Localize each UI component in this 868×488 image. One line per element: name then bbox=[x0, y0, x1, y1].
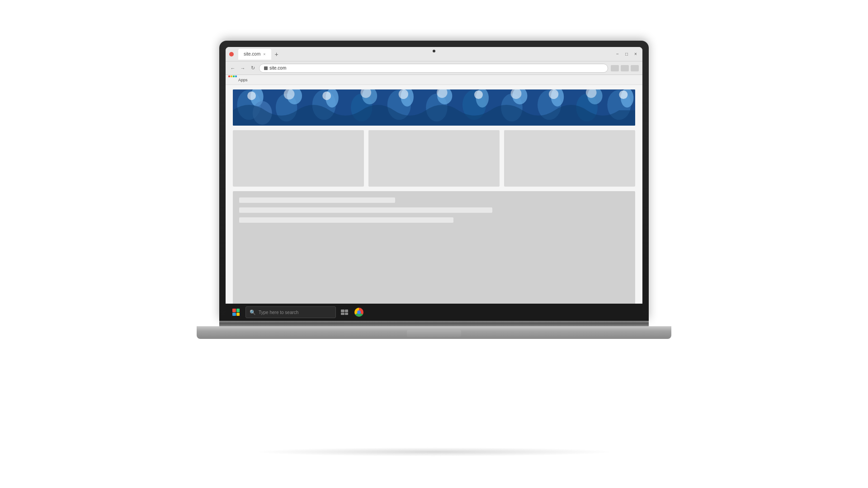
svg-point-34 bbox=[619, 90, 627, 99]
maximize-button[interactable]: □ bbox=[623, 51, 630, 57]
text-line-2 bbox=[239, 207, 492, 213]
scene: site.com × + − □ × ← bbox=[0, 0, 868, 488]
content-card-3 bbox=[504, 130, 635, 187]
url-text: site.com bbox=[269, 66, 286, 70]
svg-point-22 bbox=[474, 90, 483, 99]
chrome-icon bbox=[354, 308, 363, 317]
laptop-base bbox=[197, 326, 671, 339]
tab-label: site.com bbox=[244, 52, 260, 56]
cards-row bbox=[233, 130, 635, 187]
browser-titlebar: site.com × + − □ × bbox=[226, 47, 642, 61]
text-line-1 bbox=[239, 197, 395, 203]
tab-bar: site.com × + bbox=[238, 49, 612, 60]
minimize-button[interactable]: − bbox=[614, 51, 621, 57]
svg-point-10 bbox=[322, 91, 331, 100]
apps-grid-icon[interactable] bbox=[229, 77, 236, 83]
camera bbox=[433, 50, 435, 52]
browser-content: 🔍 Type here to search bbox=[226, 85, 642, 321]
text-line-3 bbox=[239, 217, 453, 223]
laptop: site.com × + − □ × ← bbox=[185, 41, 683, 447]
new-tab-button[interactable]: + bbox=[272, 50, 281, 59]
chrome-taskbar-button[interactable] bbox=[353, 306, 365, 318]
tab-close-icon[interactable]: × bbox=[263, 52, 265, 56]
taskbar: 🔍 Type here to search bbox=[226, 304, 642, 321]
search-icon: 🔍 bbox=[250, 310, 256, 315]
favicon-icon bbox=[264, 66, 268, 70]
browser-window: site.com × + − □ × ← bbox=[226, 47, 642, 321]
refresh-button[interactable]: ↻ bbox=[249, 65, 256, 72]
close-button[interactable] bbox=[229, 52, 234, 56]
forward-button[interactable]: → bbox=[239, 65, 246, 72]
browser-addressbar: ← → ↻ site.com bbox=[226, 61, 642, 75]
chrome-inner-circle bbox=[357, 310, 361, 314]
toolbar-icon-1[interactable] bbox=[611, 65, 619, 71]
svg-point-28 bbox=[549, 89, 558, 99]
hero-banner bbox=[233, 89, 635, 126]
bookmarks-bar: Apps bbox=[226, 75, 642, 85]
taskbar-search[interactable]: 🔍 Type here to search bbox=[245, 306, 336, 318]
website bbox=[226, 85, 642, 321]
toolbar-icon-3[interactable] bbox=[631, 65, 639, 71]
screen-bezel: site.com × + − □ × ← bbox=[226, 47, 642, 321]
task-view-icon bbox=[341, 310, 348, 315]
toolbar-icon-2[interactable] bbox=[621, 65, 629, 71]
windows-logo-icon bbox=[232, 309, 240, 316]
laptop-hinge bbox=[219, 321, 649, 326]
search-placeholder-text: Type here to search bbox=[259, 310, 298, 315]
window-controls: − □ × bbox=[614, 51, 639, 57]
svg-point-16 bbox=[399, 89, 408, 99]
browser-tab-active[interactable]: site.com × bbox=[238, 49, 271, 60]
svg-point-4 bbox=[247, 91, 256, 100]
laptop-shadow bbox=[253, 447, 615, 456]
toolbar-icons bbox=[611, 65, 639, 71]
content-card-2 bbox=[368, 130, 500, 187]
address-bar[interactable]: site.com bbox=[259, 64, 608, 73]
apps-label[interactable]: Apps bbox=[238, 78, 248, 82]
screen-lid: site.com × + − □ × ← bbox=[219, 41, 649, 321]
content-card-1 bbox=[233, 130, 364, 187]
task-view-button[interactable] bbox=[339, 306, 350, 318]
content-block bbox=[233, 191, 635, 316]
start-button[interactable] bbox=[229, 305, 243, 319]
trackpad[interactable] bbox=[407, 330, 461, 337]
traffic-lights bbox=[229, 52, 234, 56]
close-window-button[interactable]: × bbox=[632, 51, 639, 57]
back-button[interactable]: ← bbox=[229, 65, 236, 72]
